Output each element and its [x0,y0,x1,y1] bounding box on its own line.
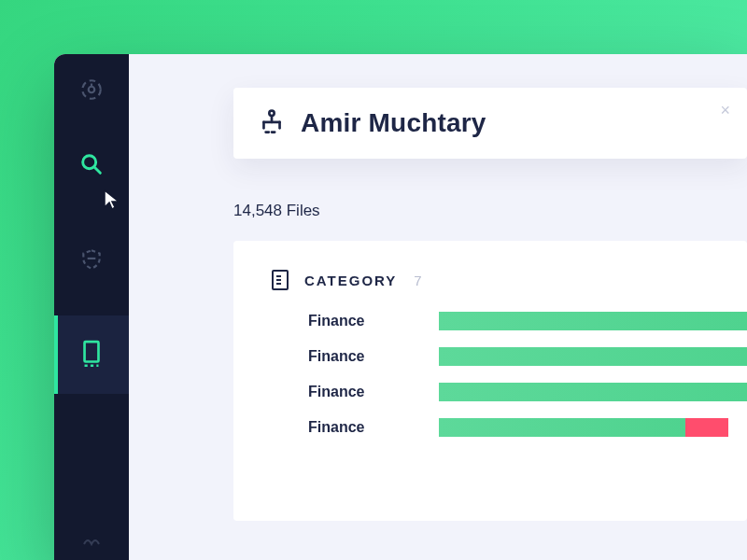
search-name: Amir Muchtary [301,108,486,138]
category-label: CATEGORY [304,273,397,288]
svg-point-0 [82,80,101,99]
device-icon [79,340,104,370]
sidebar-more[interactable] [54,523,129,560]
row-label: Finance [308,348,439,365]
logo-icon [79,77,104,102]
row-label: Finance [308,384,439,400]
sidebar-search[interactable] [54,125,129,203]
category-row[interactable]: Finance [271,347,747,366]
category-header: CATEGORY 7 [271,269,747,291]
person-icon [260,108,284,138]
app-window: Amir Muchtary × 14,548 Files CATEGORY 7 … [54,54,747,560]
row-bar [439,312,747,330]
document-icon [271,269,289,291]
close-icon[interactable]: × [720,101,730,120]
settings-icon [80,535,103,548]
svg-rect-5 [85,342,99,361]
row-label: Finance [308,313,439,329]
search-icon [78,151,105,177]
main-content: Amir Muchtary × 14,548 Files CATEGORY 7 … [129,54,747,560]
sidebar-device[interactable] [54,315,129,394]
row-bar [439,347,747,366]
svg-line-3 [95,168,101,174]
row-label: Finance [308,419,439,436]
category-rows: FinanceFinanceFinanceFinance [271,312,747,437]
row-bar [439,383,747,401]
sidebar-logo[interactable] [54,71,129,108]
category-row[interactable]: Finance [271,383,747,401]
row-bar [439,418,747,437]
results-card: CATEGORY 7 FinanceFinanceFinanceFinance [233,241,747,521]
svg-point-1 [89,87,95,93]
sidebar-shield[interactable] [54,220,129,299]
sidebar [54,54,129,560]
category-row[interactable]: Finance [271,312,747,330]
category-row[interactable]: Finance [271,418,747,437]
shield-icon [79,247,104,272]
files-count: 14,548 Files [233,202,747,220]
svg-point-7 [269,111,274,116]
search-card: Amir Muchtary × [233,88,747,159]
category-count: 7 [414,273,421,288]
